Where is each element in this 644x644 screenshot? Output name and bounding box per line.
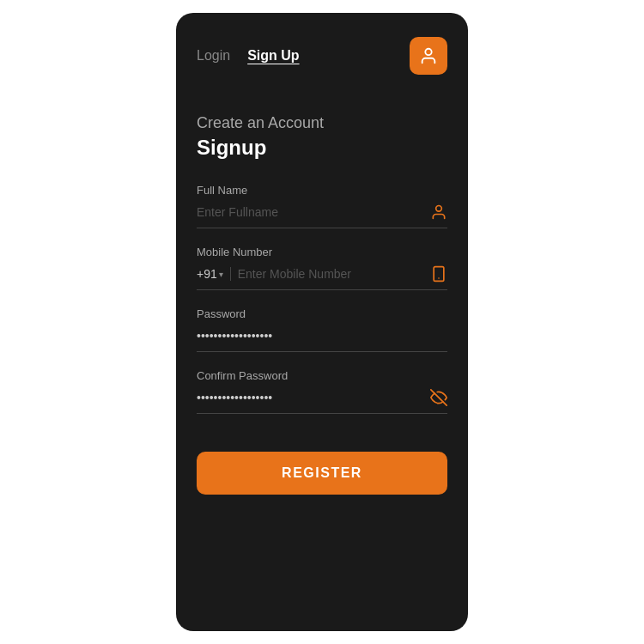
svg-rect-2 [434,267,444,282]
top-nav: Login Sign Up [176,13,468,88]
country-code-selector[interactable]: +91 ▾ [197,267,231,281]
page-subtitle: Create an Account [197,114,447,132]
password-input[interactable] [197,325,447,346]
mobile-input[interactable] [238,264,423,284]
country-code-value: +91 [197,267,217,281]
confirm-password-group: Confirm Password [197,369,447,414]
register-button[interactable]: REGISTER [197,452,447,495]
password-label: Password [197,307,447,320]
confirm-password-label: Confirm Password [197,369,447,382]
password-input-wrapper [197,325,447,352]
svg-point-1 [436,206,442,212]
mobile-label: Mobile Number [197,246,447,258]
fullname-group: Full Name [197,184,447,228]
login-tab[interactable]: Login [197,48,230,64]
chevron-down-icon: ▾ [219,270,223,279]
password-group: Password [197,307,447,352]
mobile-group: Mobile Number +91 ▾ [197,246,447,290]
confirm-password-input[interactable] [197,387,447,408]
phone-icon [430,265,447,283]
eye-off-icon[interactable] [430,389,447,406]
avatar-button[interactable] [410,37,447,75]
phone-container: Login Sign Up Create an Account Signup F… [176,13,468,631]
fullname-input[interactable] [197,202,447,222]
fullname-input-wrapper [197,202,447,228]
person-icon [419,46,438,65]
fullname-label: Full Name [197,184,447,197]
page-title: Signup [197,136,447,160]
nav-tabs: Login Sign Up [197,48,300,64]
signup-tab[interactable]: Sign Up [247,48,299,64]
signup-form-content: Create an Account Signup Full Name Mobil… [176,88,468,631]
mobile-input-wrapper: +91 ▾ [197,264,447,290]
confirm-password-input-wrapper [197,387,447,414]
person-icon [430,204,447,221]
svg-point-0 [425,49,431,55]
